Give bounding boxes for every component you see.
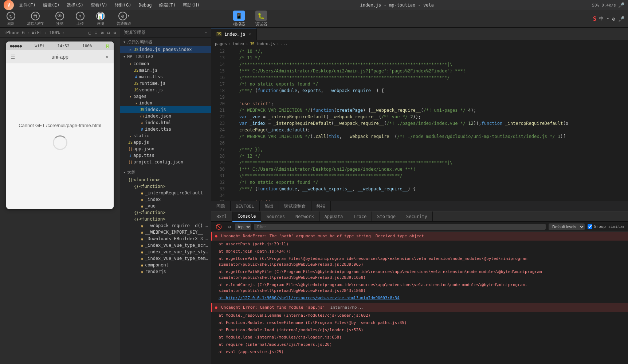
context-select[interactable]: top	[235, 223, 251, 230]
network-type[interactable]: WiFi	[32, 30, 42, 35]
close-icon[interactable]: ✕	[127, 48, 133, 52]
screen-icon[interactable]: ⊟	[107, 30, 110, 35]
levels-select[interactable]: Default levels	[549, 223, 585, 230]
settings2-icon[interactable]: ⚙	[114, 30, 116, 35]
zoom-level[interactable]: 100%	[49, 30, 60, 35]
open-file-indexjs[interactable]: ✕ JS index.js pages\index	[120, 46, 211, 53]
error-link-1[interactable]: at http://127.0.0.1:9000/shell/resources…	[219, 296, 400, 300]
tree-index-html[interactable]: ◇ index.html	[120, 119, 211, 126]
outline-function1[interactable]: {} <function>	[120, 177, 211, 183]
tree-common-folder[interactable]: ▾ common	[120, 60, 211, 67]
tab-devtool[interactable]: DEVTOOL	[231, 201, 260, 211]
menu-debug[interactable]: Debug	[136, 3, 154, 8]
outline-header[interactable]: ▾ 大纲	[120, 168, 211, 177]
outline-function4[interactable]: {} <function>	[120, 216, 211, 222]
tree-pages-folder[interactable]: ▾ pages	[120, 93, 211, 100]
tab-output[interactable]: 输出	[260, 201, 279, 211]
tree-index-folder[interactable]: ▾ index	[120, 100, 211, 106]
tab-close-icon[interactable]: ✕	[248, 32, 252, 36]
error-stack-1-5: at http://127.0.0.1:9000/shell/resources…	[211, 294, 628, 302]
compile-button[interactable]: ⚙ ▼ 普通编译	[114, 10, 134, 28]
qr-icon[interactable]: ⊠	[101, 30, 103, 35]
battery-icon: 🔋	[105, 44, 110, 48]
upload-button[interactable]: ⬆ 上传	[73, 10, 87, 28]
settings-icon[interactable]: ⚙	[612, 16, 615, 22]
device-toggle-icon[interactable]: ▢	[89, 30, 91, 35]
device-name[interactable]: iPhone 6	[4, 30, 25, 35]
tree-app-js[interactable]: JS app.js	[120, 139, 211, 146]
debugger-button[interactable]: 🐛 调试器	[251, 9, 272, 28]
tree-index-ttss[interactable]: # index.ttss	[120, 126, 211, 132]
tree-runtime-js[interactable]: JS runtime.js	[120, 80, 211, 87]
menu-edit[interactable]: 编辑(E)	[41, 2, 62, 8]
outline-vue[interactable]: ◉ _vue	[120, 203, 211, 209]
outline-component[interactable]: ◉ component	[120, 262, 211, 268]
console-tab-appdata[interactable]: AppData	[319, 211, 349, 222]
breadcrumb-pages[interactable]: pages	[215, 41, 227, 46]
index-ttss-label: index.ttss	[145, 127, 209, 132]
console-tab-security[interactable]: Security	[401, 211, 433, 222]
open-files-label: 打开的编辑器	[127, 39, 152, 45]
clear-cache-button[interactable]: 🗑 清除/缓存	[24, 10, 47, 28]
outline-renderjs[interactable]: ◉ renderjs	[120, 268, 211, 275]
open-files-header[interactable]: ▾ 打开的编辑器	[120, 38, 211, 46]
tree-main-ttss[interactable]: # main.ttss	[120, 74, 211, 80]
tree-vendor-js[interactable]: JS vendor.js	[120, 87, 211, 93]
menu-select[interactable]: 选择(S)	[64, 2, 86, 8]
simulator-button[interactable]: 📱 模拟器	[229, 9, 250, 28]
tree-static-folder[interactable]: ▸ static	[120, 132, 211, 139]
console-tab-sources[interactable]: Sources	[261, 211, 290, 222]
preview-button[interactable]: 👁 预览	[52, 10, 67, 28]
console-tab-bxml[interactable]: Bxml	[211, 211, 232, 222]
evaluate-button[interactable]: 📊 评测	[93, 10, 108, 28]
outline-function2[interactable]: {} <function>	[120, 183, 211, 190]
console-tab-trace[interactable]: Trace	[348, 211, 372, 222]
group-similar-input[interactable]	[588, 224, 592, 229]
clear-console-button[interactable]: 🚫	[214, 223, 223, 230]
menu-view[interactable]: 查看(V)	[89, 2, 110, 8]
explorer-menu-icon[interactable]: ⋯	[205, 30, 207, 35]
menu-terminal[interactable]: 终端(T)	[157, 2, 178, 8]
outline-style[interactable]: ◉ _index_vue_vue_type_style_index_0_lang…	[120, 249, 211, 255]
error-text-2: Uncaught Error: Cannot find module 'app.…	[221, 305, 325, 310]
tree-index-json[interactable]: {} index.json	[120, 113, 211, 119]
project-header[interactable]: ▾ MP-TOUTIAO	[120, 53, 211, 60]
breadcrumb-file[interactable]: index.js	[256, 41, 275, 46]
grid-icon[interactable]: ⊞	[95, 30, 97, 35]
outline-index[interactable]: ◉ _index	[120, 196, 211, 203]
tab-terminal[interactable]: 终端	[311, 201, 331, 211]
console-tab-storage[interactable]: Storage	[372, 211, 401, 222]
devtools-tabs-bar: 问题 DEVTOOL 输出 调试控制台 终端	[211, 201, 628, 211]
console-tab-network[interactable]: Network	[290, 211, 319, 222]
outline-downloads[interactable]: ◉ _Downloads_HBuilderX_3_1_2_20210206...	[120, 236, 211, 242]
tree-main-js[interactable]: JS main.js	[120, 67, 211, 74]
tree-index-js[interactable]: JS index.js	[120, 106, 211, 113]
tree-app-ttss[interactable]: # app.ttss	[120, 152, 211, 159]
filter-input[interactable]	[254, 224, 545, 230]
tab-issues[interactable]: 问题	[211, 201, 231, 211]
phone-menu-icon[interactable]: ☰	[9, 53, 16, 60]
outline-function3[interactable]: {} <function>	[120, 209, 211, 216]
tab-debug-console[interactable]: 调试控制台	[279, 201, 311, 211]
mic-icon[interactable]: 🎤	[618, 2, 624, 8]
outline-callback[interactable]: ◉ __webpack_require__d() callback	[120, 222, 211, 229]
console-tab-console[interactable]: Console	[232, 211, 262, 222]
outline-template[interactable]: ◉ _index_vue_vue_type_template_id_57280.…	[120, 255, 211, 262]
outline-interop[interactable]: ◉ _interopRequireDefault	[120, 190, 211, 196]
code-content[interactable]: /* 10 */, /* 11 */ /********************…	[228, 48, 628, 201]
group-similar-checkbox[interactable]: Group similar	[588, 224, 625, 229]
menu-goto[interactable]: 转到(G)	[113, 2, 134, 8]
tree-app-json[interactable]: {} app.json	[120, 146, 211, 152]
breadcrumb-dots[interactable]: ...	[280, 41, 288, 46]
menu-file[interactable]: 文件(F)	[17, 2, 38, 8]
mic2-icon[interactable]: 🎤	[618, 16, 624, 22]
menu-help[interactable]: 帮助(H)	[181, 2, 202, 8]
phone-close-icon[interactable]: ✕	[103, 53, 111, 60]
tree-project-config[interactable]: {} project.config.json	[120, 159, 211, 165]
outline-webpack-key[interactable]: ◉ __WEBPACK_IMPORT_KEY__	[120, 229, 211, 236]
refresh-button[interactable]: ↻ 刷新	[4, 10, 18, 28]
filter-toggle-button[interactable]: ⊙	[226, 223, 232, 230]
breadcrumb-index[interactable]: index	[232, 41, 244, 46]
outline-script[interactable]: ◉ _index_vue_vue_type_script_lang_js__W.…	[120, 242, 211, 249]
tab-index-js[interactable]: JS index.js ✕	[211, 28, 257, 40]
